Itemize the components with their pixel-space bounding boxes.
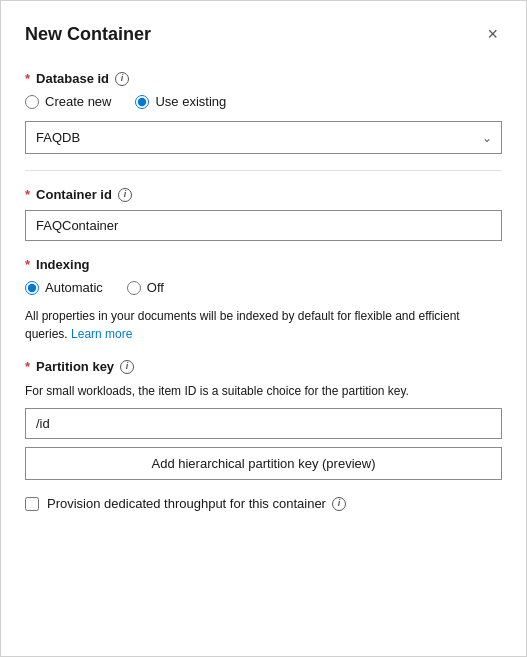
provision-info-icon[interactable]: i [332, 497, 346, 511]
partition-key-section: * Partition key i For small workloads, t… [25, 359, 502, 480]
database-select-wrapper: FAQDB ⌄ [25, 121, 502, 154]
modal-header: New Container × [1, 1, 526, 63]
container-id-section: * Container id i [25, 187, 502, 241]
indexing-section: * Indexing Automatic Off All properties … [25, 257, 502, 343]
partition-description: For small workloads, the item ID is a su… [25, 382, 502, 400]
section-divider [25, 170, 502, 171]
learn-more-link[interactable]: Learn more [71, 327, 132, 341]
indexing-label-text: Indexing [36, 257, 89, 272]
indexing-radio-group: Automatic Off [25, 280, 502, 295]
database-id-section: * Database id i Create new Use existing … [25, 71, 502, 154]
add-partition-button[interactable]: Add hierarchical partition key (preview) [25, 447, 502, 480]
modal-body: * Database id i Create new Use existing … [1, 63, 526, 535]
provision-label-text: Provision dedicated throughput for this … [47, 496, 326, 511]
database-id-info-icon[interactable]: i [115, 72, 129, 86]
indexing-required-star: * [25, 257, 30, 272]
indexing-off-radio[interactable] [127, 281, 141, 295]
container-id-info-icon[interactable]: i [118, 188, 132, 202]
database-id-label-text: Database id [36, 71, 109, 86]
container-id-input[interactable] [25, 210, 502, 241]
partition-key-required-star: * [25, 359, 30, 374]
indexing-description: All properties in your documents will be… [25, 307, 502, 343]
database-id-label: * Database id i [25, 71, 502, 86]
partition-key-info-icon[interactable]: i [120, 360, 134, 374]
modal-title: New Container [25, 24, 151, 45]
database-id-required-star: * [25, 71, 30, 86]
use-existing-radio-label[interactable]: Use existing [135, 94, 226, 109]
provision-row: Provision dedicated throughput for this … [25, 496, 502, 511]
indexing-automatic-text: Automatic [45, 280, 103, 295]
container-id-required-star: * [25, 187, 30, 202]
provision-checkbox[interactable] [25, 497, 39, 511]
use-existing-radio[interactable] [135, 95, 149, 109]
container-id-label-text: Container id [36, 187, 112, 202]
partition-key-input[interactable] [25, 408, 502, 439]
indexing-automatic-label[interactable]: Automatic [25, 280, 103, 295]
indexing-off-text: Off [147, 280, 164, 295]
database-id-radio-group: Create new Use existing [25, 94, 502, 109]
partition-key-label-text: Partition key [36, 359, 114, 374]
partition-key-label: * Partition key i [25, 359, 502, 374]
provision-label[interactable]: Provision dedicated throughput for this … [47, 496, 346, 511]
indexing-off-label[interactable]: Off [127, 280, 164, 295]
use-existing-label: Use existing [155, 94, 226, 109]
indexing-label: * Indexing [25, 257, 502, 272]
create-new-label: Create new [45, 94, 111, 109]
close-button[interactable]: × [483, 21, 502, 47]
new-container-modal: New Container × * Database id i Create n… [0, 0, 527, 657]
database-select[interactable]: FAQDB [25, 121, 502, 154]
container-id-label: * Container id i [25, 187, 502, 202]
create-new-radio-label[interactable]: Create new [25, 94, 111, 109]
indexing-automatic-radio[interactable] [25, 281, 39, 295]
create-new-radio[interactable] [25, 95, 39, 109]
